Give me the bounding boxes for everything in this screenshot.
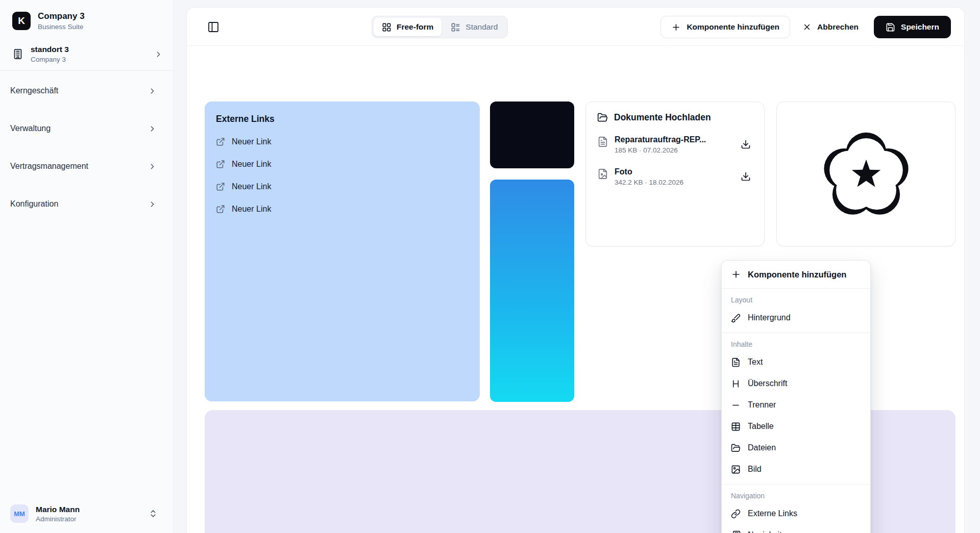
add-component-menu-header: Komponente hinzufügen [722,261,870,289]
brand-logo: K [12,12,31,30]
save-label: Speichern [901,22,939,32]
background-block-gradient[interactable] [490,180,574,402]
menu-item-trenner[interactable]: Trenner [722,394,870,416]
menu-section-inhalte: Inhalte Text Überschrift [722,333,870,484]
menu-item-label: Hintergrund [748,313,791,322]
add-component-label: Komponente hinzufügen [687,22,779,32]
panel-left-icon [207,21,219,33]
external-link-icon [216,160,225,169]
download-button[interactable] [739,137,753,151]
cancel-label: Abbrechen [817,22,859,32]
chevron-right-icon [148,162,157,171]
flower-star-logo [811,120,922,228]
link-icon [731,509,741,519]
external-link-item[interactable]: Neuer Link [216,181,469,193]
sidebar-item-label: Vertragsmanagement [10,162,88,171]
menu-section-label: Navigation [722,488,870,503]
external-link-item[interactable]: Neuer Link [216,136,469,148]
menu-section-layout: Layout Hintergrund [722,289,870,333]
brand: K Company 3 Business Suite [0,0,173,40]
file-meta: 342.2 KB · 18.02.2026 [615,179,732,186]
external-link-icon [216,182,225,191]
menu-item-label: Externe Links [748,509,797,518]
download-icon [741,171,751,182]
menu-item-externe-links[interactable]: Externe Links [722,503,870,524]
external-link-label: Neuer Link [232,205,271,214]
external-link-item[interactable]: Neuer Link [216,203,469,215]
menu-item-label: Tabelle [748,422,774,431]
file-name: Reparaturauftrag-REP... [615,135,732,144]
menu-item-label: Bild [748,465,762,474]
menu-item-ueberschrift[interactable]: Überschrift [722,373,870,394]
external-links-component[interactable]: Externe Links Neuer Link Neuer Link Neue… [205,101,480,401]
save-button[interactable]: Speichern [874,16,951,38]
menu-item-bild[interactable]: Bild [722,459,870,480]
folder-open-icon [597,112,608,123]
background-block-dark[interactable] [490,101,574,168]
external-link-item[interactable]: Neuer Link [216,158,469,170]
plus-icon [731,269,741,280]
file-row: Reparaturauftrag-REP... 185 KB · 07.02.2… [597,135,753,154]
sidebar-nav: Kerngeschäft Verwaltung Vertragsmanageme… [0,71,173,223]
paintbrush-icon [731,313,741,323]
menu-item-label: Überschrift [748,379,787,388]
close-icon [802,22,812,32]
brand-logo-letter: K [18,15,25,27]
tab-standard[interactable]: Standard [443,18,506,36]
documents-component[interactable]: Dokumente Hochladen Reparaturauftrag-REP… [585,101,765,246]
toolbar-actions: Komponente hinzufügen Abbrechen Speicher… [660,16,951,38]
file-texts: Foto 342.2 KB · 18.02.2026 [615,167,732,186]
menu-item-dateien[interactable]: Dateien [722,437,870,459]
file-texts: Reparaturauftrag-REP... 185 KB · 07.02.2… [615,135,732,154]
cancel-button[interactable]: Abbrechen [794,16,867,38]
sidebar-toggle-button[interactable] [207,21,219,33]
download-button[interactable] [739,169,753,184]
sidebar-item-verwaltung[interactable]: Verwaltung [0,110,173,147]
workspace-company: Company 3 [31,56,147,63]
newspaper-icon [731,530,741,533]
avatar-initials: MM [14,510,25,518]
chevron-right-icon [148,200,157,209]
external-link-label: Neuer Link [232,182,271,191]
menu-title: Komponente hinzufügen [748,270,846,280]
external-links-title: Externe Links [216,114,469,124]
file-image-icon [597,168,608,180]
table-icon [731,422,741,432]
tab-label: Standard [465,22,498,32]
external-link-label: Neuer Link [232,160,271,169]
file-meta: 185 KB · 07.02.2026 [615,146,732,154]
layout-list-icon [451,22,460,32]
sidebar-item-vertragsmanagement[interactable]: Vertragsmanagement [0,147,173,185]
view-mode-switch: Free-form Standard [372,16,508,38]
file-text-icon [731,358,741,367]
menu-item-hintergrund[interactable]: Hintergrund [722,307,870,328]
menu-item-text[interactable]: Text [722,351,870,373]
sidebar-item-konfiguration[interactable]: Konfiguration [0,185,173,223]
user-texts: Mario Mann Administrator [36,505,141,523]
user-name: Mario Mann [36,505,141,514]
documents-title: Dokumente Hochladen [614,112,711,123]
menu-item-label: Neuigkeiten [748,530,791,533]
workspace-name: standort 3 [31,45,147,54]
add-component-button[interactable]: Komponente hinzufügen [660,16,790,38]
tab-free-form[interactable]: Free-form [374,18,442,36]
external-link-label: Neuer Link [232,137,271,146]
menu-item-label: Text [748,358,763,367]
chevron-right-icon [148,124,157,133]
menu-item-tabelle[interactable]: Tabelle [722,416,870,437]
menu-item-label: Dateien [748,443,776,452]
app-root: { "brand": { "logo_letter": "K", "name":… [0,0,980,533]
chevron-right-icon [154,50,163,59]
menu-item-neuigkeiten[interactable]: Neuigkeiten [722,524,870,533]
brand-texts: Company 3 Business Suite [38,11,85,31]
menu-section-navigation: Navigation Externe Links Neuigkeiten [722,484,870,533]
editor-toolbar: Free-form Standard Komponente hinzufügen [187,8,964,46]
chevrons-up-down-icon [149,509,158,518]
image-component[interactable] [776,101,955,246]
user-menu[interactable]: MM Mario Mann Administrator [0,499,173,533]
file-row: Foto 342.2 KB · 18.02.2026 [597,167,753,186]
workspace-switcher[interactable]: standort 3 Company 3 [0,40,173,70]
menu-section-label: Inhalte [722,336,870,351]
user-role: Administrator [36,515,141,523]
sidebar-item-kerngeschaeft[interactable]: Kerngeschäft [0,72,173,110]
